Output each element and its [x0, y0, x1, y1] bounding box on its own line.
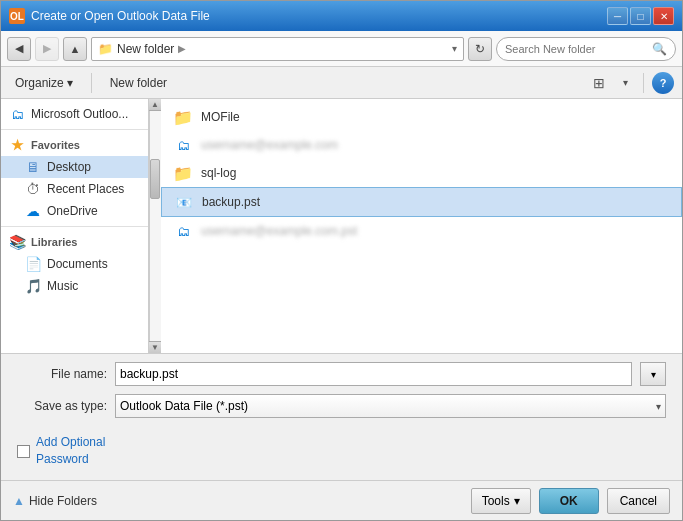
- scrollbar-down-arrow[interactable]: ▼: [149, 341, 161, 353]
- forward-button[interactable]: ▶: [35, 37, 59, 61]
- search-box[interactable]: 🔍: [496, 37, 676, 61]
- optional-checkbox[interactable]: [17, 445, 30, 458]
- sidebar-item-desktop[interactable]: 🖥 Desktop: [1, 156, 148, 178]
- onedrive-label: OneDrive: [47, 204, 98, 218]
- minimize-button[interactable]: ─: [607, 7, 628, 25]
- saveastype-label: Save as type:: [17, 399, 107, 413]
- footer-right: Tools ▾ OK Cancel: [471, 488, 670, 514]
- title-bar: OL Create or Open Outlook Data File ─ □ …: [1, 1, 682, 31]
- file-name-selected: backup.pst: [202, 195, 260, 209]
- file-name: sql-log: [201, 166, 236, 180]
- saveastype-dropdown[interactable]: Outlook Data File (*.pst) ▾: [115, 394, 666, 418]
- file-name-blurred: username@example.com: [201, 138, 338, 152]
- list-item[interactable]: 📁 MOFile: [161, 103, 682, 131]
- title-bar-controls: ─ □ ✕: [607, 7, 674, 25]
- sidebar-divider-2: [1, 226, 148, 227]
- recent-icon: ⏱: [25, 181, 41, 197]
- filename-input[interactable]: [115, 362, 632, 386]
- pst-icon: 📧: [174, 192, 194, 212]
- list-item-selected[interactable]: 📧 backup.pst: [161, 187, 682, 217]
- hide-folders-label: Hide Folders: [29, 494, 97, 508]
- outlook-icon: OL: [9, 8, 25, 24]
- hide-folders-arrow-icon: ▲: [13, 494, 25, 508]
- optional-label-group: Add Optional Password: [36, 434, 105, 468]
- file-name-blurred-2: username@example.com.pst: [201, 224, 357, 238]
- address-path[interactable]: 📁 New folder ▶ ▾: [91, 37, 464, 61]
- search-icon: 🔍: [652, 42, 667, 56]
- file-icon: 🗂: [173, 135, 193, 155]
- new-folder-button[interactable]: New folder: [104, 73, 173, 93]
- sidebar-item-documents[interactable]: 📄 Documents: [1, 253, 148, 275]
- optional-area: Add Optional Password: [17, 426, 666, 472]
- sidebar-favorites-header: ★ Favorites: [1, 134, 148, 156]
- file-browser: 📁 MOFile 🗂 username@example.com 📁 sql-lo…: [161, 99, 682, 353]
- sidebar-scrollbar[interactable]: ▲ ▼: [149, 99, 161, 353]
- search-input[interactable]: [505, 43, 648, 55]
- help-button[interactable]: ?: [652, 72, 674, 94]
- sidebar-item-outlook[interactable]: 🗂 Microsoft Outloo...: [1, 103, 148, 125]
- saveastype-arrow-icon: ▾: [656, 401, 661, 412]
- outlook-sidebar-icon: 🗂: [9, 106, 25, 122]
- back-button[interactable]: ◀: [7, 37, 31, 61]
- list-item[interactable]: 🗂 username@example.com: [161, 131, 682, 159]
- up-button[interactable]: ▲: [63, 37, 87, 61]
- folder-icon: 📁: [173, 163, 193, 183]
- desktop-label: Desktop: [47, 160, 91, 174]
- sidebar-outlook-label: Microsoft Outloo...: [31, 107, 128, 121]
- view-dropdown-button[interactable]: ▾: [615, 71, 635, 95]
- folder-icon: 📁: [173, 107, 193, 127]
- libraries-label: Libraries: [31, 236, 77, 248]
- music-label: Music: [47, 279, 78, 293]
- path-dropdown-arrow[interactable]: ▾: [452, 43, 457, 54]
- cancel-button[interactable]: Cancel: [607, 488, 670, 514]
- favorites-icon: ★: [9, 137, 25, 153]
- dialog-window: OL Create or Open Outlook Data File ─ □ …: [0, 0, 683, 521]
- title-bar-left: OL Create or Open Outlook Data File: [9, 8, 210, 24]
- organize-arrow-icon: ▾: [67, 76, 73, 90]
- file-icon-2: 🗂: [173, 221, 193, 241]
- path-folder-icon: 📁: [98, 42, 113, 56]
- music-icon: 🎵: [25, 278, 41, 294]
- tools-arrow-icon: ▾: [514, 494, 520, 508]
- filename-dropdown-button[interactable]: ▾: [640, 362, 666, 386]
- scrollbar-thumb[interactable]: [150, 159, 160, 199]
- scrollbar-up-arrow[interactable]: ▲: [149, 99, 161, 111]
- bottom-form-area: File name: ▾ Save as type: Outlook Data …: [1, 353, 682, 480]
- view-button[interactable]: ⊞: [587, 71, 611, 95]
- desktop-icon: 🖥: [25, 159, 41, 175]
- favorites-label: Favorites: [31, 139, 80, 151]
- list-item[interactable]: 🗂 username@example.com.pst: [161, 217, 682, 245]
- close-button[interactable]: ✕: [653, 7, 674, 25]
- documents-icon: 📄: [25, 256, 41, 272]
- path-arrow-icon: ▶: [178, 43, 186, 54]
- optional-checkbox-wrap[interactable]: [17, 445, 30, 458]
- address-bar: ◀ ▶ ▲ 📁 New folder ▶ ▾ ↻ 🔍: [1, 31, 682, 67]
- main-content: 🗂 Microsoft Outloo... ★ Favorites 🖥 Desk…: [1, 99, 682, 353]
- tools-button[interactable]: Tools ▾: [471, 488, 531, 514]
- filename-row: File name: ▾: [17, 362, 666, 386]
- footer: ▲ Hide Folders Tools ▾ OK Cancel: [1, 480, 682, 520]
- toolbar-separator-2: [643, 73, 644, 93]
- libraries-icon: 📚: [9, 234, 25, 250]
- add-optional-label[interactable]: Add Optional: [36, 434, 105, 451]
- sidebar: 🗂 Microsoft Outloo... ★ Favorites 🖥 Desk…: [1, 99, 149, 353]
- password-label[interactable]: Password: [36, 451, 105, 468]
- sidebar-divider-1: [1, 129, 148, 130]
- organize-button[interactable]: Organize ▾: [9, 73, 79, 93]
- view-icon: ⊞: [593, 75, 605, 91]
- refresh-button[interactable]: ↻: [468, 37, 492, 61]
- ok-button[interactable]: OK: [539, 488, 599, 514]
- saveastype-row: Save as type: Outlook Data File (*.pst) …: [17, 394, 666, 418]
- recent-label: Recent Places: [47, 182, 124, 196]
- sidebar-item-onedrive[interactable]: ☁ OneDrive: [1, 200, 148, 222]
- toolbar-separator: [91, 73, 92, 93]
- filename-label: File name:: [17, 367, 107, 381]
- hide-folders-button[interactable]: ▲ Hide Folders: [13, 494, 97, 508]
- maximize-button[interactable]: □: [630, 7, 651, 25]
- sidebar-item-music[interactable]: 🎵 Music: [1, 275, 148, 297]
- dialog-title: Create or Open Outlook Data File: [31, 9, 210, 23]
- list-item[interactable]: 📁 sql-log: [161, 159, 682, 187]
- saveastype-value: Outlook Data File (*.pst): [120, 399, 248, 413]
- sidebar-item-recent[interactable]: ⏱ Recent Places: [1, 178, 148, 200]
- file-name: MOFile: [201, 110, 240, 124]
